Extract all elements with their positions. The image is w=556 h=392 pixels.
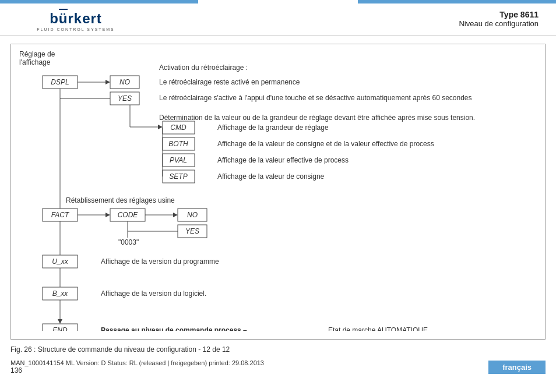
header-bar-right (358, 0, 556, 3)
svg-text:PVAL: PVAL (170, 156, 187, 164)
page-header: bürkert FLUID CONTROL SYSTEMS Type 8611 … (0, 0, 556, 36)
caption: Fig. 26 : Structure de commande du nivea… (10, 345, 546, 354)
svg-text:Affichage de la valeur de cons: Affichage de la valeur de consigne (217, 172, 325, 181)
svg-text:Affichage de la version du log: Affichage de la version du logiciel. (101, 289, 206, 298)
main-content: Réglage de l'affichage Activation du rét… (0, 36, 556, 357)
svg-text:Affichage de la valeur effecti: Affichage de la valeur effective de proc… (217, 156, 349, 164)
svg-text:Le rétroéclairage reste activé: Le rétroéclairage reste activé en perman… (159, 78, 300, 86)
logo-tagline: FLUID CONTROL SYSTEMS (37, 27, 115, 31)
svg-marker-38 (173, 213, 178, 217)
svg-text:Le rétroéclairage s'active à l: Le rétroéclairage s'active à l'appui d'u… (159, 94, 472, 102)
svg-marker-34 (105, 213, 110, 217)
svg-text:YES: YES (118, 94, 132, 103)
svg-text:YES: YES (185, 227, 199, 235)
svg-text:CMD: CMD (170, 123, 186, 132)
svg-text:B_xx: B_xx (52, 289, 69, 298)
footer-page: 136 (10, 366, 264, 375)
svg-text:SETP: SETP (169, 172, 187, 181)
svg-text:DSPL: DSPL (51, 78, 69, 86)
svg-text:U_xx: U_xx (52, 257, 68, 266)
svg-text:NO: NO (187, 211, 198, 219)
svg-text:Etat de marche AUTOMATIQUE: Etat de marche AUTOMATIQUE (328, 326, 428, 331)
logo-name: bürkert (50, 10, 102, 27)
svg-text:Détermination de la valeur ou : Détermination de la valeur ou de la gran… (159, 114, 475, 122)
footer-meta: MAN_1000141154 ML Version: D Status: RL … (10, 359, 264, 366)
section-label: Réglage de l'affichage (19, 50, 55, 66)
svg-text:Passage au niveau de commande : Passage au niveau de commande process – (101, 326, 247, 331)
flow-diagram: Activation du rétroéclairage : DSPL NO L… (19, 57, 538, 331)
svg-text:NO: NO (119, 78, 130, 86)
header-subtitle: Niveau de configuration (140, 19, 539, 28)
footer-language: français (488, 361, 546, 374)
footer-meta-group: MAN_1000141154 ML Version: D Status: RL … (10, 359, 264, 375)
svg-text:Affichage de la valeur de cons: Affichage de la valeur de consigne et de… (217, 140, 434, 148)
header-info: Type 8611 Niveau de configuration (140, 10, 544, 28)
svg-text:Affichage de la grandeur de ré: Affichage de la grandeur de réglage (217, 123, 329, 132)
svg-text:Rétablissement des réglages us: Rétablissement des réglages usine (66, 196, 175, 204)
activation-label: Activation du rétroéclairage : (159, 63, 248, 72)
svg-text:FACT: FACT (51, 211, 70, 219)
svg-text:CODE: CODE (118, 211, 139, 219)
diagram-box: Réglage de l'affichage Activation du rét… (10, 44, 546, 340)
svg-text:Affichage de la version du pro: Affichage de la version du programme (101, 257, 219, 266)
svg-marker-15 (158, 125, 163, 129)
logo-area: bürkert FLUID CONTROL SYSTEMS (12, 6, 140, 31)
page-footer: MAN_1000141154 ML Version: D Status: RL … (0, 357, 556, 377)
type-label: Type 8611 (140, 10, 539, 19)
svg-marker-3 (105, 80, 110, 84)
svg-text:"0003": "0003" (118, 238, 139, 246)
svg-marker-55 (58, 319, 62, 324)
header-bar-left (0, 0, 198, 3)
svg-text:BOTH: BOTH (168, 140, 188, 148)
svg-text:END: END (52, 326, 68, 331)
